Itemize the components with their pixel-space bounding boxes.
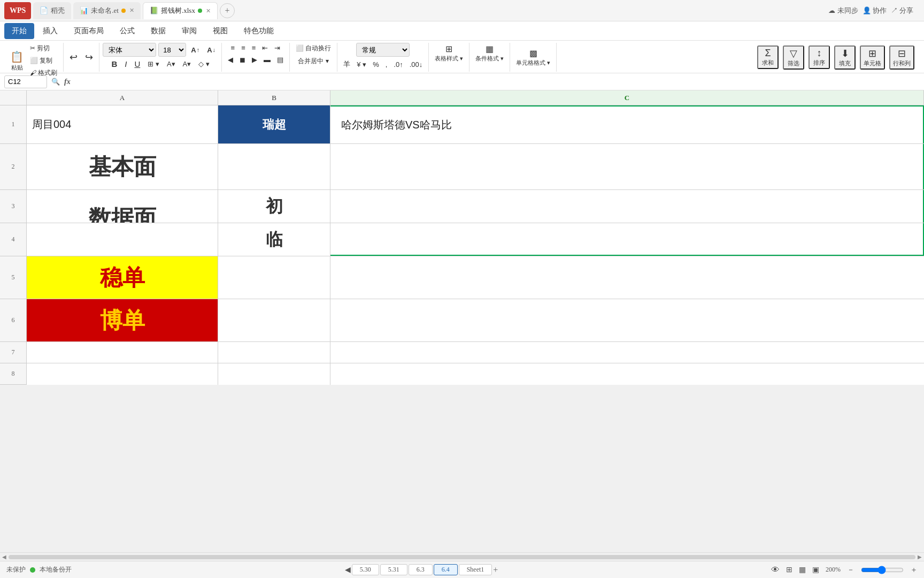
- normal-view-icon[interactable]: ▦: [799, 565, 806, 574]
- cell-btn[interactable]: ⊞ 单元格: [860, 45, 885, 70]
- share-btn[interactable]: ↗ 分享: [891, 6, 913, 16]
- indent-more-btn[interactable]: ⇥: [272, 43, 283, 53]
- cell-style-btn[interactable]: ▩ 单元格格式 ▾: [513, 47, 553, 68]
- grid-layout-icon[interactable]: ⊞: [786, 565, 792, 574]
- ribbon-tab-view[interactable]: 视图: [205, 23, 235, 39]
- cell-a6[interactable]: 博单: [27, 299, 218, 341]
- cell-a4[interactable]: [27, 223, 218, 256]
- cell-c3[interactable]: [330, 190, 924, 223]
- cell-b6[interactable]: [218, 299, 330, 341]
- align-top-btn[interactable]: ≡: [228, 43, 238, 53]
- cell-c6[interactable]: [330, 299, 924, 341]
- wps-logo[interactable]: WPS: [4, 2, 31, 19]
- cell-a1[interactable]: 周目004: [27, 105, 218, 143]
- font-color-btn[interactable]: A▾: [180, 59, 194, 69]
- font-grow-btn[interactable]: A↑: [188, 45, 202, 55]
- add-sheet-btn[interactable]: +: [493, 565, 498, 575]
- sheet-tab-63[interactable]: 6.3: [409, 564, 433, 575]
- collab-btn[interactable]: 👤 协作: [863, 6, 887, 16]
- cell-c4[interactable]: [330, 223, 924, 256]
- border-btn[interactable]: ⊞ ▾: [145, 59, 162, 69]
- font-select[interactable]: 宋体: [103, 43, 156, 57]
- text-left-btn[interactable]: ◀: [225, 55, 236, 65]
- formula-input[interactable]: [75, 77, 920, 87]
- shape-btn[interactable]: ◇ ▾: [196, 59, 212, 69]
- tab-unnamed[interactable]: 📊 未命名.et ✕: [73, 2, 141, 19]
- cell-c7[interactable]: [330, 342, 924, 363]
- sync-btn[interactable]: ☁ 未同步: [828, 6, 858, 16]
- align-bottom-btn[interactable]: ≡: [249, 43, 259, 53]
- paste-btn[interactable]: 📋 粘贴: [7, 49, 26, 73]
- zoom-out-btn[interactable]: －: [847, 565, 854, 575]
- comma-btn[interactable]: ,: [383, 59, 390, 70]
- percent-btn[interactable]: 羊: [341, 58, 353, 70]
- yuan-btn[interactable]: ¥ ▾: [354, 59, 369, 70]
- cell-c8[interactable]: [330, 363, 924, 385]
- cell-c2[interactable]: [330, 144, 924, 189]
- cell-b5[interactable]: [218, 256, 330, 299]
- decrease-decimal-btn[interactable]: .00↓: [407, 59, 426, 70]
- sheet-tab-531[interactable]: 5.31: [380, 564, 407, 575]
- horizontal-scrollbar[interactable]: ◀ ▶: [0, 552, 924, 561]
- wrap-text-btn[interactable]: ⬜ 自动换行: [293, 43, 334, 54]
- align-mid-btn[interactable]: ≡: [238, 43, 248, 53]
- cell-a3[interactable]: 数据面: [27, 190, 218, 223]
- cell-c1[interactable]: 哈尔姆斯塔德VS哈马比: [330, 105, 924, 143]
- cell-c5[interactable]: [330, 256, 924, 299]
- col-header-a[interactable]: A: [27, 90, 218, 105]
- cell-a8[interactable]: [27, 363, 218, 385]
- col-header-b[interactable]: B: [218, 90, 330, 105]
- tab-draft[interactable]: 📄 稻壳: [33, 2, 71, 19]
- sheet-tab-64[interactable]: 6.4: [434, 564, 458, 575]
- tab-shakemoney[interactable]: 📗 摇钱树.xlsx ✕: [143, 2, 218, 19]
- sheet-tab-sheet1[interactable]: Sheet1: [459, 564, 492, 575]
- ribbon-tab-review[interactable]: 审阅: [174, 23, 204, 39]
- cell-b2[interactable]: [218, 144, 330, 189]
- table-format-btn[interactable]: ⊞ 表格样式 ▾: [432, 43, 466, 64]
- cell-reference-input[interactable]: [4, 75, 47, 88]
- ribbon-tab-home[interactable]: 开始: [4, 23, 34, 39]
- fill-color-btn[interactable]: A▾: [164, 59, 178, 69]
- undo-btn[interactable]: ↩: [67, 50, 80, 64]
- underline-btn[interactable]: U: [132, 58, 143, 70]
- eye-icon[interactable]: 👁: [771, 565, 780, 575]
- cell-a5[interactable]: 稳单: [27, 256, 218, 299]
- text-right-btn[interactable]: ▶: [249, 55, 260, 65]
- font-shrink-btn[interactable]: A↓: [204, 45, 218, 55]
- cond-format-btn[interactable]: ▦ 条件格式 ▾: [473, 43, 506, 64]
- fill-btn[interactable]: ⬇ 填充: [834, 45, 856, 70]
- sort-btn[interactable]: ↕ 排序: [808, 45, 830, 69]
- text-center-btn[interactable]: ◼: [237, 55, 248, 65]
- cell-b4[interactable]: 临: [218, 223, 330, 256]
- zoom-in-btn[interactable]: ＋: [910, 565, 918, 575]
- tab-close-shakemoney[interactable]: ✕: [206, 7, 211, 14]
- italic-btn[interactable]: I: [122, 58, 129, 70]
- ribbon-tab-special[interactable]: 特色功能: [236, 23, 281, 39]
- copy-btn[interactable]: ⬜ 复制: [27, 55, 60, 66]
- cut-btn[interactable]: ✂ 剪切: [27, 43, 60, 54]
- filter-btn[interactable]: ▽ 筛选: [783, 45, 804, 70]
- cell-b8[interactable]: [218, 363, 330, 385]
- zoom-slider[interactable]: [861, 566, 904, 574]
- add-tab-button[interactable]: +: [220, 3, 235, 18]
- cell-a2[interactable]: 基本面: [27, 144, 218, 189]
- redo-btn[interactable]: ↪: [82, 50, 96, 64]
- font-size-select[interactable]: 18: [158, 43, 186, 57]
- number-format-select[interactable]: 常规: [356, 43, 410, 57]
- rowcol-btn[interactable]: ⊟ 行和列: [889, 45, 914, 70]
- tab-close-unnamed[interactable]: ✕: [129, 7, 134, 14]
- sheet-tab-530[interactable]: 5.30: [352, 564, 379, 575]
- cell-b3[interactable]: 初: [218, 190, 330, 223]
- ribbon-tab-insert[interactable]: 插入: [35, 23, 65, 39]
- ribbon-tab-layout[interactable]: 页面布局: [66, 23, 111, 39]
- col-header-c[interactable]: C: [330, 90, 924, 105]
- page-break-view-btn[interactable]: ▤: [274, 55, 286, 65]
- ribbon-tab-formula[interactable]: 公式: [112, 23, 142, 39]
- cell-b7[interactable]: [218, 342, 330, 363]
- sum-btn[interactable]: Σ 求和: [757, 45, 779, 69]
- merge-btn[interactable]: 合并居中 ▾: [295, 56, 331, 67]
- page-break-icon[interactable]: ▣: [812, 565, 819, 574]
- ribbon-tab-data[interactable]: 数据: [143, 23, 173, 39]
- cell-b1[interactable]: 瑞超: [218, 105, 330, 143]
- pct-btn[interactable]: %: [370, 59, 382, 70]
